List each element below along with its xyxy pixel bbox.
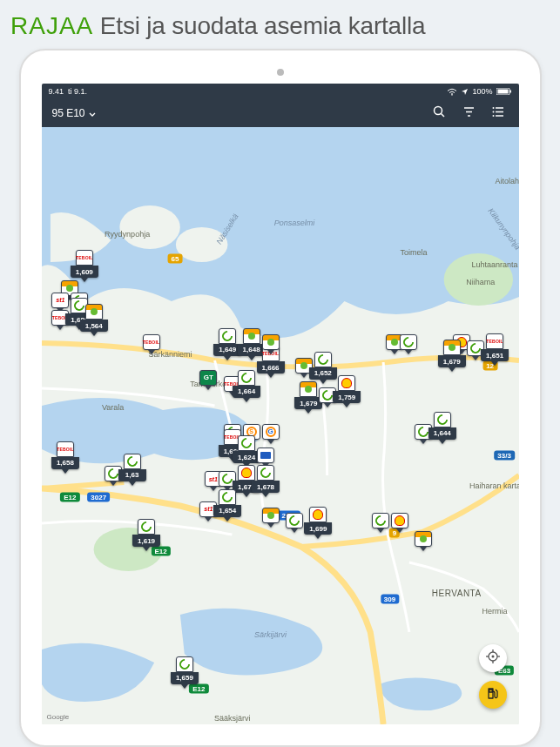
filter-button[interactable] [460,104,479,123]
station-price: 1,63 [118,469,146,481]
station-brand-teboil-icon: TEBOIL [76,250,93,266]
station-price: 1,654 [213,505,241,517]
station-price: 1,666 [257,361,285,374]
station-marker[interactable]: TEBOIL1,651 [481,333,509,366]
station-marker[interactable] [400,334,417,354]
chevron-down-icon [89,107,96,119]
station-brand-abc-icon [443,340,461,355]
road-shield: E12 [60,493,79,502]
locate-me-button[interactable] [479,644,507,672]
station-marker[interactable]: 1,759 [333,375,361,407]
station-brand-abc-icon [262,334,280,350]
station-marker[interactable]: TEBOIL [143,334,160,354]
station-price: 1,651 [481,349,509,361]
fuel-prices-button[interactable] [479,681,507,709]
search-icon [433,105,446,122]
station-marker[interactable]: 1,678 [252,465,280,497]
station-brand-neste-icon [314,352,332,367]
station-marker[interactable]: 1,679 [438,340,466,372]
device-screen: 9.41 ti 9.1. 100% 95 E10 [42,84,519,724]
station-brand-neste-icon [257,465,274,481]
station-brand-neste-icon [434,412,451,427]
station-price: 1,619 [132,535,160,547]
station-brand-shell-icon [391,513,408,528]
station-brand-abc-icon [85,304,103,320]
station-brand-nex-icon [257,448,274,463]
status-date: ti 9.1. [68,87,87,96]
search-button[interactable] [430,104,449,123]
promo-header: RAJAA Etsi ja suodata asemia kartalla [0,0,560,52]
station-marker[interactable]: 1,654 [213,489,241,522]
station-marker[interactable]: 1,644 [428,412,456,444]
station-brand-neste-icon [238,435,255,451]
station-marker[interactable]: GT [199,370,217,390]
station-marker[interactable] [415,531,432,551]
road-shield: 3027 [87,493,110,502]
app-toolbar: 95 E10 [42,99,519,127]
svg-point-16 [175,227,227,262]
station-marker[interactable]: TEBOIL1,609 [71,250,98,282]
station-brand-abc-icon [262,508,280,523]
station-price: 1,609 [71,266,98,278]
map-canvas[interactable]: RyydynpohjaNäsiselkäPonsaselmiAitolahtiT… [42,127,519,724]
station-price: 1,644 [428,427,456,440]
station-price: 1,664 [233,386,260,398]
station-brand-neste-icon [400,334,417,350]
ios-status-bar: 9.41 ti 9.1. 100% [42,84,519,99]
station-marker[interactable]: 1,564 [80,304,108,336]
station-brand-abc-icon [300,381,317,397]
station-price: 1,679 [438,355,466,367]
station-brand-neste-icon [138,519,155,535]
list-view-button[interactable] [489,104,509,123]
svg-point-17 [443,253,512,306]
station-brand-neste-icon [219,328,236,344]
station-brand-teboil-icon: TEBOIL [143,334,160,350]
locate-icon [486,649,500,667]
station-marker[interactable]: 1,699 [304,507,332,539]
station-price: 1,659 [171,672,199,684]
road-shield: 65 [167,253,182,263]
station-brand-shell-icon [309,507,327,522]
station-price: 1,759 [333,391,361,403]
location-icon [461,88,469,96]
station-marker[interactable]: G [262,424,280,444]
station-marker[interactable] [372,513,389,533]
road-shield: 33/3 [494,451,515,461]
station-marker[interactable] [262,508,280,528]
station-marker[interactable]: 1,619 [132,519,160,551]
station-price: 1,658 [51,457,79,469]
fuel-type-dropdown[interactable]: 95 E10 [52,107,96,119]
promo-prefix: RAJAA [10,12,93,39]
battery-icon [496,88,512,95]
station-brand-neste-icon [238,370,255,386]
station-marker[interactable]: 1,63 [118,454,146,486]
station-marker[interactable] [286,513,303,533]
road-shield: 309 [381,594,399,603]
fuel-pump-icon [486,687,499,703]
station-brand-neste-icon [124,454,141,469]
station-price: 1,564 [80,320,108,332]
status-time: 9.41 [49,87,64,96]
fuel-type-selected: 95 E10 [52,107,85,119]
station-marker[interactable]: TEBOIL1,658 [51,441,79,474]
station-marker[interactable]: 1,664 [233,370,260,402]
station-marker[interactable] [391,513,408,533]
filter-icon [462,105,476,121]
station-marker[interactable]: 1,659 [171,656,199,689]
station-price: 1,699 [304,522,332,535]
tablet-frame: 9.41 ti 9.1. 100% 95 E10 [19,49,542,747]
map-attribution: Google [47,713,70,721]
status-battery-pct: 100% [472,87,492,96]
promo-rest: Etsi ja suodata asemia kartalla [100,12,426,39]
status-left: 9.41 ti 9.1. [49,87,88,96]
station-brand-abc-icon [415,531,432,547]
station-brand-teboil-icon: TEBOIL [57,441,74,457]
station-marker[interactable] [262,334,280,354]
status-right: 100% [447,87,511,96]
svg-point-15 [119,205,179,249]
station-brand-abc-icon [243,328,260,344]
svg-rect-2 [497,90,508,94]
svg-point-13 [493,115,495,117]
list-icon [492,105,505,121]
station-brand-teboil-icon: TEBOIL [486,333,503,349]
